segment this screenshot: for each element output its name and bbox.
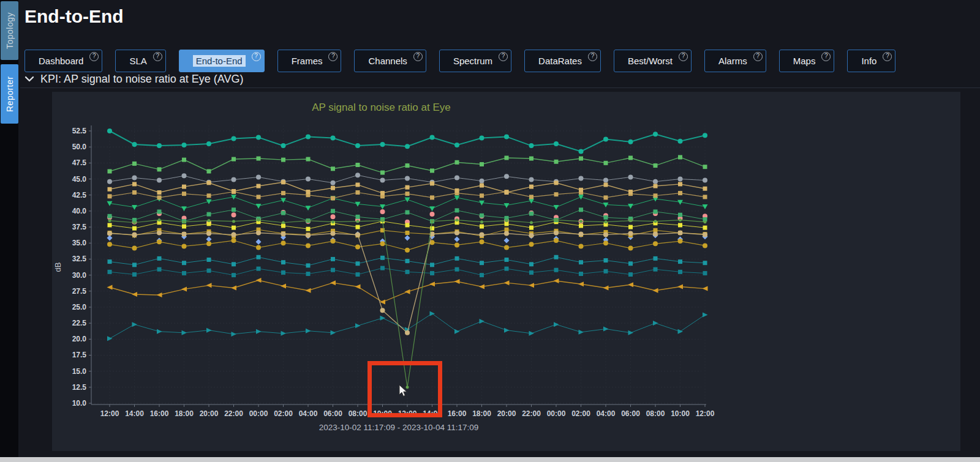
svg-text:20:00: 20:00 [497, 409, 516, 418]
svg-text:04:00: 04:00 [299, 409, 318, 418]
tab-label: Spectrum [453, 56, 492, 66]
help-icon[interactable]: ? [883, 52, 892, 61]
section-divider [20, 88, 980, 88]
page-title: End-to-End [24, 6, 124, 27]
tab-end-to-end[interactable]: End-to-End? [179, 50, 265, 72]
svg-text:18:00: 18:00 [472, 409, 491, 418]
svg-text:04:00: 04:00 [597, 409, 616, 418]
svg-text:02:00: 02:00 [274, 409, 293, 418]
sidebar-tab-topology-label: Topology [5, 12, 15, 49]
sidebar-tab-reporter-label: Reporter [5, 76, 15, 111]
help-icon[interactable]: ? [89, 52, 99, 61]
svg-text:35.0: 35.0 [72, 239, 87, 247]
svg-text:32.5: 32.5 [72, 255, 87, 263]
tab-label: Alarms [718, 56, 747, 66]
help-icon[interactable]: ? [252, 52, 261, 61]
help-icon[interactable]: ? [753, 52, 763, 61]
svg-text:10:00: 10:00 [671, 409, 690, 418]
svg-text:50.0: 50.0 [72, 143, 87, 151]
svg-text:02:00: 02:00 [571, 409, 590, 418]
svg-text:10.0: 10.0 [72, 399, 87, 408]
svg-text:16:00: 16:00 [150, 409, 169, 418]
tab-label: Channels [368, 56, 407, 66]
svg-text:12:00: 12:00 [696, 409, 715, 418]
svg-text:18:00: 18:00 [175, 409, 194, 418]
tab-label: Frames [292, 56, 323, 66]
svg-text:20:00: 20:00 [200, 409, 219, 418]
left-sidebar: Topology Reporter [0, 0, 18, 462]
tab-alarms[interactable]: Alarms? [704, 50, 766, 72]
tab-label: Info [861, 56, 876, 66]
kpi-section-title: KPI: AP signal to noise ratio at Eye (AV… [40, 73, 244, 86]
tab-label: Maps [793, 56, 816, 66]
help-icon[interactable]: ? [153, 52, 162, 61]
svg-text:37.5: 37.5 [72, 223, 87, 231]
svg-text:08:00: 08:00 [349, 409, 368, 418]
svg-text:22:00: 22:00 [522, 409, 541, 418]
svg-text:42.5: 42.5 [72, 191, 87, 199]
svg-text:17.5: 17.5 [72, 351, 87, 359]
tab-datarates[interactable]: DataRates? [524, 50, 601, 72]
tab-label: SLA [129, 56, 146, 66]
svg-text:45.0: 45.0 [72, 175, 87, 184]
help-icon[interactable]: ? [413, 52, 423, 61]
tab-channels[interactable]: Channels? [354, 50, 426, 72]
help-icon[interactable]: ? [588, 52, 597, 61]
svg-text:47.5: 47.5 [72, 158, 87, 167]
svg-text:30.0: 30.0 [72, 271, 87, 280]
tab-dashboard[interactable]: Dashboard? [24, 50, 102, 72]
kpi-section-header[interactable]: KPI: AP signal to noise ratio at Eye (AV… [24, 71, 244, 87]
chart-panel: AP signal to noise ratio at Eye 10.012.5… [52, 92, 960, 451]
svg-text:06:00: 06:00 [323, 409, 342, 418]
svg-text:dB: dB [53, 263, 62, 272]
svg-text:12.5: 12.5 [72, 383, 87, 392]
tab-frames[interactable]: Frames? [277, 50, 342, 72]
tab-best-worst[interactable]: Best/Worst? [614, 50, 692, 72]
tab-label: DataRates [538, 56, 582, 66]
svg-text:25.0: 25.0 [72, 303, 87, 311]
svg-text:20.0: 20.0 [72, 335, 87, 343]
tab-info[interactable]: Info? [847, 50, 895, 72]
highlight-box [368, 361, 442, 417]
svg-text:06:00: 06:00 [621, 409, 640, 418]
help-icon[interactable]: ? [328, 52, 337, 61]
svg-text:14:00: 14:00 [125, 409, 144, 418]
svg-text:00:00: 00:00 [249, 409, 268, 418]
tab-maps[interactable]: Maps? [779, 50, 835, 72]
tab-label: Best/Worst [628, 56, 673, 66]
svg-text:52.5: 52.5 [72, 127, 87, 135]
help-icon[interactable]: ? [821, 52, 831, 61]
svg-text:27.5: 27.5 [72, 287, 87, 296]
bottom-edge-strip [0, 457, 980, 462]
svg-text:12:00: 12:00 [100, 409, 119, 418]
svg-text:22.5: 22.5 [72, 319, 87, 327]
svg-text:2023-10-02 11:17:09 - 2023-10-: 2023-10-02 11:17:09 - 2023-10-04 11:17:0… [319, 423, 479, 432]
tab-sla[interactable]: SLA? [115, 50, 165, 72]
svg-text:16:00: 16:00 [448, 409, 467, 418]
tab-label: Dashboard [39, 56, 83, 66]
tab-label: End-to-End [193, 55, 246, 67]
tab-bar: Dashboard?SLA?End-to-End?Frames?Channels… [24, 50, 956, 72]
tab-spectrum[interactable]: Spectrum? [439, 50, 511, 72]
svg-text:40.0: 40.0 [72, 207, 87, 215]
help-icon[interactable]: ? [499, 52, 508, 61]
app-window: Topology Reporter End-to-End Dashboard?S… [0, 0, 980, 462]
snr-line-chart[interactable]: 10.012.515.017.520.022.525.027.530.032.5… [52, 92, 960, 451]
chevron-down-icon [24, 76, 34, 82]
svg-text:00:00: 00:00 [547, 409, 566, 418]
svg-text:15.0: 15.0 [72, 367, 87, 376]
svg-text:08:00: 08:00 [646, 409, 665, 418]
sidebar-tab-reporter[interactable]: Reporter [1, 64, 18, 124]
svg-text:22:00: 22:00 [224, 409, 243, 418]
help-icon[interactable]: ? [679, 52, 688, 61]
sidebar-tab-topology[interactable]: Topology [1, 1, 18, 60]
